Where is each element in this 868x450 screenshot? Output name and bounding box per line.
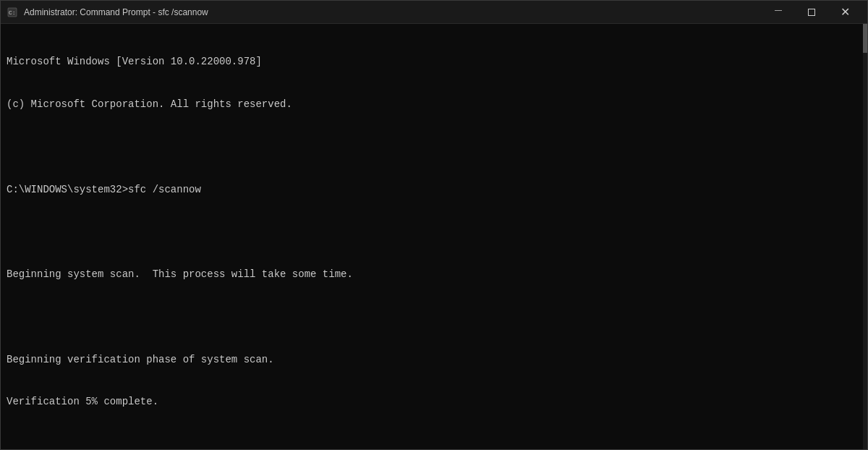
minimize-icon: — [775,6,782,14]
scrollbar[interactable] [863,24,867,449]
close-icon: ✕ [841,5,850,19]
scrollbar-thumb[interactable] [863,24,867,53]
output-line-9: Verification 5% complete. [7,395,861,409]
svg-text:C:: C: [9,9,16,16]
output-line-1: Microsoft Windows [Version 10.0.22000.97… [7,55,861,69]
output-line-2: (c) Microsoft Corporation. All rights re… [7,98,861,112]
terminal-body[interactable]: Microsoft Windows [Version 10.0.22000.97… [1,24,867,449]
title-bar: C: Administrator: Command Prompt - sfc /… [1,1,867,24]
minimize-button[interactable]: — [762,1,795,24]
output-line-5 [7,225,861,239]
output-line-8: Beginning verification phase of system s… [7,353,861,368]
output-line-3 [7,140,861,155]
command-prompt-window: C: Administrator: Command Prompt - sfc /… [0,0,868,450]
output-line-6: Beginning system scan. This process will… [7,268,861,282]
window-title: Administrator: Command Prompt - sfc /sca… [24,7,762,17]
terminal-output: Microsoft Windows [Version 10.0.22000.97… [7,27,861,438]
maximize-icon [808,9,815,16]
window-controls: — ✕ [762,1,861,24]
close-button[interactable]: ✕ [828,1,861,24]
maximize-button[interactable] [795,1,828,24]
output-line-7 [7,310,861,325]
output-line-4: C:\WINDOWS\system32>sfc /scannow [7,183,861,198]
window-icon: C: [7,7,18,18]
